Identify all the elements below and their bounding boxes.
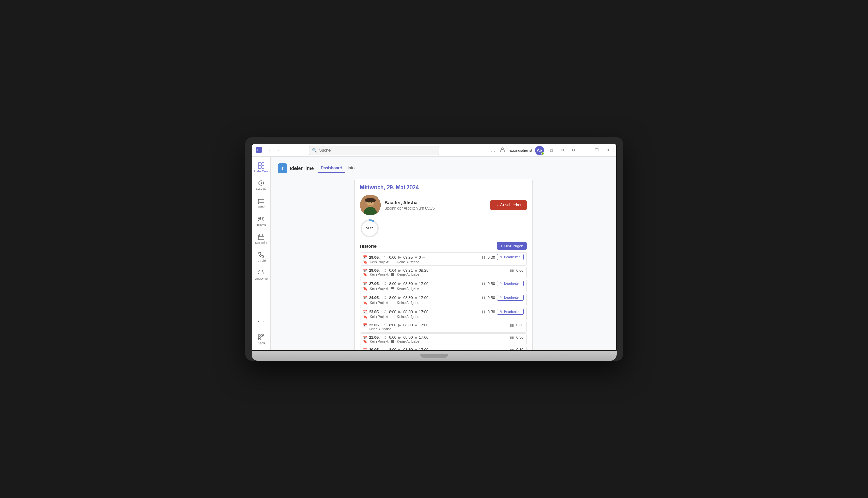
entry-duration: 0:00 — [389, 255, 396, 259]
entry-end: 09:25 — [419, 268, 429, 272]
icon-sidebar: IdelerTime Aktivität Chat — [252, 157, 271, 350]
project-icon: 🔖 — [363, 315, 367, 319]
entry-duration: 8:00 — [389, 335, 396, 339]
edit-label: Bearbeiten — [504, 282, 520, 285]
edit-icon: ✎ — [500, 282, 503, 285]
sidebar-item-chat[interactable]: Chat — [253, 195, 269, 212]
calendar-icon: 📅 — [363, 255, 367, 259]
user-avatar[interactable]: Ab — [535, 146, 544, 155]
task-icon: ☰ — [391, 301, 394, 305]
entry-pause: 0:30 — [488, 296, 495, 300]
tab-info[interactable]: Info — [345, 163, 357, 173]
stop-icon: ■ — [415, 269, 417, 272]
svg-rect-10 — [258, 235, 264, 240]
search-icon: 🔍 — [312, 148, 317, 153]
edit-icon: ✎ — [500, 296, 503, 299]
stop-icon: ■ — [415, 296, 417, 299]
sidebar-item-onedrive[interactable]: OneDrive — [253, 267, 269, 283]
plus-icon: + — [500, 244, 502, 248]
sidebar-item-teams[interactable]: Teams — [253, 213, 269, 229]
sidebar-item-apps[interactable]: Apps — [253, 331, 269, 348]
sidebar-item-idelertime[interactable]: IdelerTime — [253, 159, 269, 176]
search-input[interactable] — [319, 148, 436, 153]
edit-label: Bearbeiten — [504, 296, 520, 299]
checkout-button[interactable]: → Auschecken — [490, 200, 526, 210]
more-options-button[interactable]: ... — [489, 147, 497, 154]
title-bar: T ‹ › 🔍 ... Tagungsdienst — [252, 144, 616, 157]
sidebar-item-label-kalender: Kalender — [255, 241, 267, 245]
minimize-button[interactable]: — — [581, 146, 591, 155]
search-bar[interactable]: 🔍 — [309, 146, 439, 155]
toolbar-icon-3[interactable]: ⚙ — [569, 146, 578, 155]
edit-label: Bearbeiten — [504, 255, 520, 259]
sidebar-item-anrufe[interactable]: Anrufe — [253, 249, 269, 265]
add-label: Hinzufügen — [504, 244, 523, 248]
back-button[interactable]: ‹ — [266, 147, 274, 154]
entry-task: Keine Aufgabe — [397, 287, 419, 291]
svg-point-9 — [263, 218, 264, 219]
svg-rect-3 — [258, 163, 261, 165]
entry-project: Kein Projekt — [370, 260, 389, 264]
close-button[interactable]: ✕ — [603, 146, 613, 155]
clock-icon: ⏱ — [384, 310, 387, 314]
entry-date: 29.05. — [369, 268, 382, 272]
entry-project: Kein Projekt — [370, 273, 389, 276]
clock-icon: ⏱ — [384, 296, 387, 299]
teams-app-icon: T — [256, 147, 262, 154]
clock-icon: ⏱ — [384, 348, 387, 351]
checkout-label: Auschecken — [500, 203, 522, 207]
entry-pause: 0:00 — [516, 268, 523, 272]
avatar — [360, 195, 381, 215]
entry-task: Keine Aufgabe — [397, 340, 419, 343]
entry-pause: 0:30 — [516, 323, 523, 327]
task-icon: ☰ — [391, 287, 394, 291]
project-icon: 🔖 — [363, 340, 367, 343]
entry-task: Keine Aufgabe — [369, 327, 391, 331]
edit-button[interactable]: ✎ Bearbeiten — [497, 254, 523, 260]
sidebar-item-aktivitat[interactable]: Aktivität — [253, 177, 269, 194]
calendar-icon: 📅 — [363, 310, 367, 314]
edit-button[interactable]: ✎ Bearbeiten — [497, 309, 523, 315]
edit-button[interactable]: ✎ Bearbeiten — [497, 281, 523, 286]
svg-rect-23 — [365, 198, 376, 202]
window-controls: □ ↻ ⚙ — [547, 146, 578, 155]
tab-dashboard[interactable]: Dashboard — [318, 163, 345, 173]
entry-end: 17:00 — [419, 296, 429, 300]
pause-icon: ▮▮ — [510, 323, 514, 327]
entry-end: 17:00 — [419, 335, 429, 339]
toolbar-icon-2[interactable]: ↻ — [558, 146, 567, 155]
stop-icon: ■ — [415, 255, 417, 259]
arrow-right-icon: ▶ — [398, 323, 401, 327]
entry-task: Keine Aufgabe — [397, 301, 419, 305]
entry-start: 08:30 — [403, 335, 413, 339]
sidebar-item-label-chat: Chat — [258, 205, 264, 209]
entry-pause: 0:30 — [516, 335, 523, 339]
stop-icon: ■ — [415, 348, 417, 351]
entry-pause: 0:30 — [516, 348, 523, 350]
entry-date: 23.05. — [369, 310, 382, 314]
entry-project: Kein Projekt — [370, 340, 389, 343]
checkout-icon: → — [495, 203, 499, 207]
restore-button[interactable]: ❐ — [592, 146, 602, 155]
project-icon: 🔖 — [363, 260, 367, 264]
entry-start: 09:25 — [403, 255, 413, 259]
svg-point-2 — [501, 148, 504, 150]
table-row: 📅 24.05. ⏱ 8:00 ▶ 08:30 ■ 17:00 — [360, 293, 527, 306]
add-entry-button[interactable]: + Hinzufügen — [497, 242, 526, 250]
sidebar-item-label-aktivitat: Aktivität — [256, 188, 267, 191]
svg-rect-5 — [258, 166, 261, 168]
sidebar-item-more[interactable]: ··· — [253, 313, 269, 330]
entry-task: Keine Aufgabe — [397, 273, 419, 276]
forward-button[interactable]: › — [275, 147, 282, 154]
toolbar-icon-1[interactable]: □ — [547, 146, 556, 155]
entry-duration: 8:00 — [389, 282, 396, 286]
app-tabs: Dashboard Info — [318, 163, 357, 173]
sidebar-item-kalender[interactable]: Kalender — [253, 231, 269, 247]
task-icon: ☰ — [391, 340, 394, 343]
entry-duration: 8:00 — [389, 296, 396, 300]
task-icon: ☰ — [391, 260, 394, 264]
pause-icon: ▮▮ — [482, 296, 486, 299]
edit-button[interactable]: ✎ Bearbeiten — [497, 295, 523, 301]
clock-icon: ⏱ — [384, 336, 387, 339]
table-row: 📅 21.05. ⏱ 8:00 ▶ 08:30 ■ 17:00 — [360, 333, 527, 345]
